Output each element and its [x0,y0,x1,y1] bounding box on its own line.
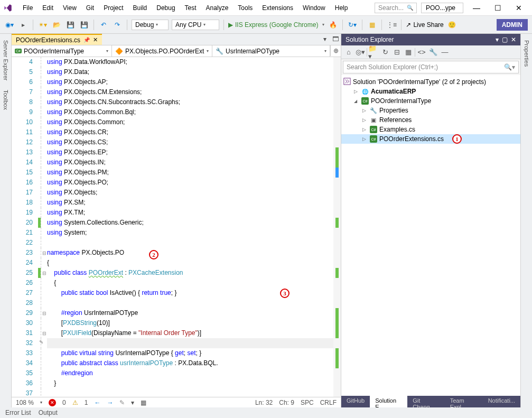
minimize-button[interactable]: — [469,4,484,12]
menu-view[interactable]: View [59,2,81,14]
tree-item-poorderextensions-cs[interactable]: C#POOrderExtensions.cs1 [341,134,520,144]
show-all-icon[interactable]: ▦ [403,47,414,58]
menu-help[interactable]: Help [331,2,352,14]
bottom-tab-0[interactable]: GitHub [341,396,370,407]
menu-tools[interactable]: Tools [234,2,257,14]
properties-tab[interactable]: Properties [522,36,531,71]
bottom-tab-3[interactable]: Team Expl... [445,396,483,407]
tab-dropdown-icon[interactable]: ▾ [320,34,330,44]
menu-window[interactable]: Window [298,2,330,14]
maximize-button[interactable]: ☐ [490,4,506,12]
restore-icon[interactable]: 🗖 [330,34,341,44]
platform-dropdown[interactable]: Any CPU [172,20,219,30]
tree-item-references[interactable]: References [341,115,520,125]
close-button[interactable]: ✕ [511,4,527,12]
solution-toolbar: ⌂ ◎▾ 📁▾ ↻ ⊟ ▦ <> 🔧 — [341,45,520,59]
browser-link-button[interactable]: ↻▾ [347,20,358,30]
sync-icon[interactable]: ↻ [380,47,390,58]
pencil-icon: ✎ [39,339,43,345]
solution-icon [343,78,351,87]
switch-views-icon[interactable]: ◎▾ [355,47,366,58]
toolbox-tab[interactable]: Toolbox [2,86,10,114]
footer-error-list[interactable]: Error List [5,409,31,416]
menu-edit[interactable]: Edit [38,2,58,14]
collapse-icon[interactable]: ⊟ [391,47,402,58]
new-item-button[interactable]: ✴▾ [38,20,48,30]
annotation-3: 3 [280,289,290,298]
list-icon[interactable]: ⋮≡ [386,20,397,30]
panel-close-icon[interactable]: ✕ [511,36,516,43]
zoom-level[interactable]: 108 % [16,399,34,406]
error-icon[interactable]: ✕ [49,399,56,406]
hot-reload-button[interactable]: 🔥 [328,20,338,30]
solution-search-input[interactable]: Search Solution Explorer (Ctrl+;) 🔍▾ [343,61,519,73]
preview-icon[interactable]: — [440,47,450,58]
menu-test[interactable]: Test [181,2,201,14]
menu-debug[interactable]: Debug [152,2,179,14]
menu-build[interactable]: Build [129,2,152,14]
tree-item-acumaticaerp[interactable]: 🌐AcumaticaERP [341,87,520,96]
pending-changes-icon[interactable]: 📁▾ [368,47,379,58]
live-share-button[interactable]: ↗ Live Share [406,21,443,29]
menu-file[interactable]: File [18,2,37,14]
menu-analyze[interactable]: Analyze [202,2,233,14]
undo-button[interactable]: ↶ [98,20,109,30]
menu-project[interactable]: Project [99,2,127,14]
nav-member-dropdown[interactable]: 🔧 UsrInternalPOType [212,45,330,57]
bottom-tab-1[interactable]: Solution E... [370,396,407,407]
solution-name-dropdown[interactable]: POO...ype [421,3,463,13]
main-menu: FileEditViewGitProjectBuildDebugTestAnal… [16,2,370,14]
annotation-1: 1 [452,134,462,144]
vs-logo-icon[interactable] [0,0,16,16]
menu-extensions[interactable]: Extensions [258,2,297,14]
editor-status-bar: 108 % ▾ ✕0 ⚠1 ←→ ✎▾ ▦ Ln: 32 Ch: 9 SPC C… [12,397,341,407]
split-icon[interactable]: ⊕ [330,45,341,56]
feedback-icon[interactable]: 🙂 [447,20,458,30]
home-icon[interactable]: ⌂ [343,47,354,58]
search-input[interactable]: Search...🔍 [375,3,417,13]
forward-button[interactable]: ▸ [18,20,29,30]
menu-git[interactable]: Git [82,2,98,14]
run-button[interactable]: IIS Express (Google Chrome) [228,21,324,29]
class-icon: 🔶 [115,48,123,55]
config-dropdown[interactable]: Debug [132,20,169,30]
file-tab[interactable]: POOrderExtensions.cs 📌 ✕ [12,34,102,45]
csharp-project-icon: C# [15,49,22,53]
tree-item-poorderinternaltype[interactable]: C#POOrderInternalType [341,96,520,106]
property-icon: 🔧 [216,48,223,55]
server-explorer-tab[interactable]: Server Explorer [2,36,10,85]
save-all-button[interactable]: 💾 [79,20,89,30]
back-button[interactable]: ◉▾ [4,20,15,30]
bottom-tab-2[interactable]: Git Chang... [407,396,444,407]
panel-dropdown-icon[interactable]: ▾ [496,36,499,43]
close-tab-icon[interactable]: ✕ [93,36,98,43]
panel-pin-icon[interactable]: ▢ [502,36,508,43]
nav-project-dropdown[interactable]: C# POOrderInternalType [12,45,112,57]
code-icon[interactable]: <> [416,47,427,58]
solution-root[interactable]: Solution 'POOrderInternalType' (2 of 2 p… [341,77,520,87]
open-button[interactable]: 📂 [51,20,62,30]
pin-icon[interactable]: 📌 [83,37,90,43]
annotation-2: 2 [149,250,158,259]
warning-icon[interactable]: ⚠ [72,399,78,406]
tree-item-properties[interactable]: Properties [341,106,520,115]
bottom-tab-4[interactable]: Notificati... [483,396,520,407]
admin-badge: ADMIN [497,19,528,31]
tree-item-examples-cs[interactable]: C#Examples.cs [341,125,520,134]
save-button[interactable]: 💾 [65,20,76,30]
nav-class-dropdown[interactable]: 🔶 PX.Objects.PO.POOrderExt [112,45,212,57]
properties-icon[interactable]: 🔧 [428,47,438,58]
footer-output[interactable]: Output [39,409,58,416]
extensions-icon[interactable]: ▦ [367,20,377,30]
redo-button[interactable]: ↷ [112,20,123,30]
